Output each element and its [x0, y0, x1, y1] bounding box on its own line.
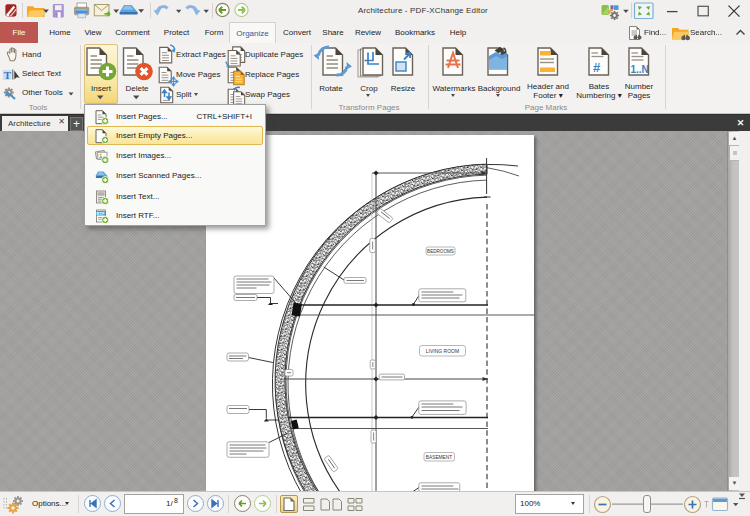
svg-text:LIVING ROOM: LIVING ROOM: [426, 348, 459, 354]
svg-text:#: #: [593, 60, 601, 75]
svg-text:T: T: [4, 69, 12, 81]
svg-text:BASEMENT: BASEMENT: [426, 455, 452, 460]
svg-text:RTF: RTF: [97, 210, 105, 215]
svg-text:BEDROOMS: BEDROOMS: [427, 249, 454, 254]
svg-text:1..N: 1..N: [631, 64, 649, 75]
